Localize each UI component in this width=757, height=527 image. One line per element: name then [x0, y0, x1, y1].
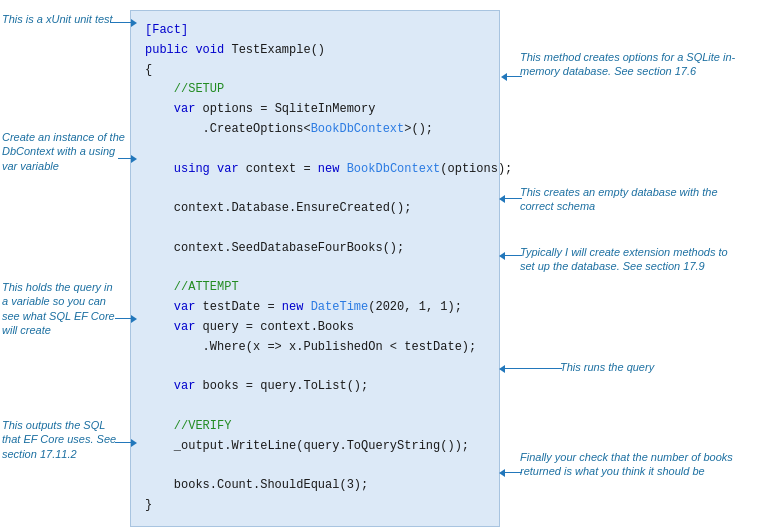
- code-line-testdate: var testDate = new DateTime(2020, 1, 1);: [145, 298, 485, 318]
- code-line-blank4: [145, 259, 485, 279]
- code-line-blank7: [145, 457, 485, 477]
- arrow-check: [504, 472, 522, 473]
- arrow-xunit: [110, 22, 132, 23]
- code-line-output: _output.WriteLine(query.ToQueryString())…: [145, 437, 485, 457]
- annotation-empty-db: This creates an empty database with the …: [520, 185, 740, 214]
- screenshot-container: [Fact] public void TestExample() { //SET…: [0, 0, 757, 527]
- code-line-context: using var context = new BookDbContext(op…: [145, 160, 485, 180]
- arrow-extension: [504, 255, 522, 256]
- code-line-books: var books = query.ToList();: [145, 377, 485, 397]
- annotation-xunit: This is a xUnit unit test: [2, 12, 122, 26]
- code-line-setup: //SETUP: [145, 80, 485, 100]
- code-line-ensure: context.Database.EnsureCreated();: [145, 199, 485, 219]
- code-line-attempt: //ATTEMPT: [145, 278, 485, 298]
- arrow-sql-output: [115, 442, 132, 443]
- code-line-options1: var options = SqliteInMemory: [145, 100, 485, 120]
- code-line-blank5: [145, 358, 485, 378]
- arrow-sqlite: [506, 76, 522, 77]
- code-line-blank2: [145, 179, 485, 199]
- code-line-query1: var query = context.Books: [145, 318, 485, 338]
- code-line-verify: //VERIFY: [145, 417, 485, 437]
- annotation-sql-output: This outputs the SQL that EF Core uses. …: [2, 418, 122, 461]
- code-line-blank1: [145, 140, 485, 160]
- annotation-extension: Typically I will create extension method…: [520, 245, 740, 274]
- annotation-query-var: This holds the query in a variable so yo…: [2, 280, 120, 337]
- code-line-fact: [Fact]: [145, 21, 485, 41]
- annotation-sqlite: This method creates options for a SQLite…: [520, 50, 740, 79]
- annotation-dbcontext: Create an instance of the DbContext with…: [2, 130, 127, 173]
- code-block: [Fact] public void TestExample() { //SET…: [130, 10, 500, 527]
- annotation-runs-query: This runs the query: [560, 360, 740, 374]
- code-line-query2: .Where(x => x.PublishedOn < testDate);: [145, 338, 485, 358]
- code-line-brace1: {: [145, 61, 485, 81]
- code-line-seed: context.SeedDatabaseFourBooks();: [145, 239, 485, 259]
- arrow-dbcontext: [118, 158, 132, 159]
- code-line-brace2: }: [145, 496, 485, 516]
- arrow-empty-db: [504, 198, 522, 199]
- code-line-blank3: [145, 219, 485, 239]
- code-line-options2: .CreateOptions<BookDbContext>();: [145, 120, 485, 140]
- code-line-count: books.Count.ShouldEqual(3);: [145, 476, 485, 496]
- arrow-query-var: [115, 318, 132, 319]
- arrow-runs-query: [504, 368, 562, 369]
- code-line-blank6: [145, 397, 485, 417]
- code-line-method: public void TestExample(): [145, 41, 485, 61]
- annotation-check: Finally your check that the number of bo…: [520, 450, 745, 479]
